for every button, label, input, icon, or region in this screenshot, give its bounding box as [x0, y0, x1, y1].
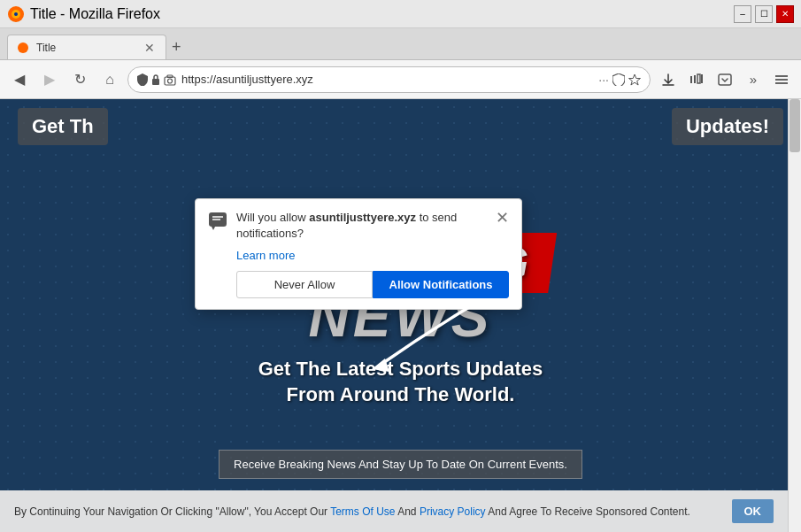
- tab-close-button[interactable]: ✕: [142, 41, 157, 55]
- window-title: Title - Mozilla Firefox: [30, 6, 160, 22]
- notification-bell-icon: [208, 212, 227, 236]
- top-banner: Get Th Updates!: [0, 108, 801, 145]
- popup-buttons: Never Allow Allow Notifications: [236, 271, 509, 298]
- download-icon: [661, 73, 675, 87]
- refresh-button[interactable]: ↻: [67, 67, 92, 92]
- tab-bar: Title ✕ +: [0, 28, 801, 60]
- title-bar: Title - Mozilla Firefox – ☐ ✕: [0, 0, 801, 28]
- cookie-ok-button[interactable]: OK: [732, 499, 774, 523]
- svg-rect-10: [694, 75, 696, 83]
- forward-button[interactable]: ▶: [37, 67, 62, 92]
- menu-button[interactable]: [769, 67, 794, 92]
- active-tab[interactable]: Title ✕: [7, 35, 166, 59]
- svg-rect-12: [701, 74, 703, 83]
- browser-window: Title - Mozilla Firefox – ☐ ✕ Title ✕ + …: [0, 0, 801, 532]
- home-button[interactable]: ⌂: [97, 67, 122, 92]
- learn-more-link[interactable]: Learn more: [236, 249, 509, 262]
- maximize-button[interactable]: ☐: [755, 5, 773, 23]
- scrollbar[interactable]: [788, 99, 801, 532]
- back-button[interactable]: ◀: [7, 67, 32, 92]
- svg-rect-11: [697, 74, 700, 83]
- pocket-icon: [718, 73, 732, 87]
- svg-point-3: [18, 42, 28, 53]
- svg-rect-7: [167, 75, 173, 78]
- url-input[interactable]: [181, 73, 593, 86]
- title-bar-left: Title - Mozilla Firefox: [7, 5, 160, 23]
- svg-rect-5: [165, 77, 175, 85]
- svg-point-6: [168, 79, 173, 83]
- bottom-cta: Receive Breaking News And Stay Up To Dat…: [0, 450, 801, 479]
- terms-link[interactable]: Terms Of Use: [330, 505, 395, 518]
- library-icon: [689, 73, 704, 87]
- camera-icon: [164, 73, 176, 86]
- more-icon: ···: [598, 73, 609, 87]
- svg-rect-9: [690, 76, 692, 83]
- svg-point-2: [14, 12, 18, 16]
- svg-rect-13: [719, 74, 731, 85]
- hamburger-icon: [774, 73, 789, 87]
- popup-domain: asuntiljusttyere.xyz: [309, 211, 416, 224]
- nav-bar: ◀ ▶ ↻ ⌂ ···: [0, 60, 801, 99]
- cta-button[interactable]: Receive Breaking News And Stay Up To Dat…: [219, 450, 582, 479]
- notification-popup: Will you allow asuntiljusttyere.xyz to s…: [195, 198, 522, 310]
- more-tools-button[interactable]: »: [741, 67, 766, 92]
- popup-header: Will you allow asuntiljusttyere.xyz to s…: [208, 210, 509, 242]
- firefox-icon: [7, 5, 25, 23]
- nav-right-icons: »: [656, 67, 794, 92]
- address-bar-security-icons: [137, 73, 176, 86]
- top-banner-left: Get Th: [18, 108, 108, 145]
- chat-icon: [208, 212, 227, 231]
- address-bar-container: ···: [127, 66, 651, 93]
- svg-marker-18: [212, 227, 215, 230]
- tab-favicon: [17, 42, 29, 54]
- address-bar-right: ···: [598, 73, 641, 87]
- pocket-button[interactable]: [712, 67, 737, 92]
- cookie-bar: By Continuing Your Navigation Or Clickin…: [0, 490, 788, 532]
- svg-marker-8: [629, 74, 641, 85]
- title-bar-controls: – ☐ ✕: [734, 5, 794, 23]
- tab-title: Title: [36, 42, 135, 54]
- shield-check-icon: [612, 73, 625, 86]
- never-allow-button[interactable]: Never Allow: [236, 271, 373, 298]
- library-button[interactable]: [684, 67, 709, 92]
- page-content: Get Th Updates! BREAKING NEWS Get The La…: [0, 99, 801, 532]
- headline-text: Get The Latest Sports Updates From Aroun…: [244, 357, 557, 407]
- new-tab-button[interactable]: +: [166, 35, 187, 59]
- popup-close-button[interactable]: ✕: [496, 210, 509, 226]
- shield-icon: [137, 73, 148, 86]
- privacy-link[interactable]: Privacy Policy: [420, 505, 486, 518]
- top-banner-right: Updates!: [672, 108, 783, 145]
- lock-icon: [151, 73, 160, 85]
- download-button[interactable]: [656, 67, 681, 92]
- scrollbar-thumb[interactable]: [789, 99, 800, 152]
- popup-message: Will you allow asuntiljusttyere.xyz to s…: [236, 210, 487, 242]
- close-button[interactable]: ✕: [776, 5, 794, 23]
- page-background: Get Th Updates! BREAKING NEWS Get The La…: [0, 99, 801, 532]
- cookie-bar-text: By Continuing Your Navigation Or Clickin…: [14, 505, 718, 518]
- svg-rect-4: [152, 79, 159, 85]
- star-icon: [628, 73, 641, 86]
- minimize-button[interactable]: –: [734, 5, 751, 23]
- allow-notifications-button[interactable]: Allow Notifications: [373, 271, 509, 298]
